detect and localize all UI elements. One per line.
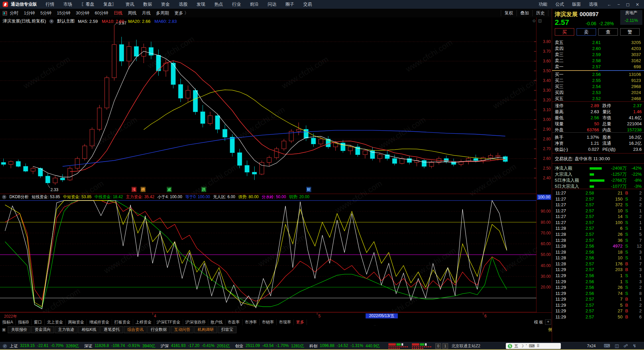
chart-corner-icons[interactable]: ◇◫ — [533, 18, 544, 23]
menu-item-资讯[interactable]: 资讯 — [125, 1, 134, 7]
info-tab-互动问答[interactable]: 互动问答 — [171, 326, 194, 333]
shield-icon[interactable]: ✓ — [3, 344, 7, 348]
period-tab-60分钟[interactable]: 60分钟 — [95, 10, 108, 16]
period-tab-1分钟[interactable]: 1分钟 — [24, 10, 35, 16]
market-breadth-widget[interactable] — [388, 343, 432, 349]
menu-item-选项[interactable]: 选项 — [589, 1, 598, 7]
tick-row[interactable]: 11:292.5626S2 — [552, 285, 644, 290]
indicator-tab-上榜资金[interactable]: 上榜资金 — [133, 319, 154, 325]
tick-row[interactable]: 11:292.561S3 — [552, 279, 644, 285]
menu-item-功能[interactable]: 功能 — [539, 1, 547, 7]
indicator-tab-两融资金[interactable]: 两融资金 — [66, 319, 87, 325]
trade-button-卖[interactable]: 卖 — [577, 28, 596, 36]
info-tab-扫雷宝[interactable]: 扫雷宝 — [218, 326, 236, 333]
period-tab-周线[interactable]: 周线 — [128, 10, 137, 16]
menu-item-版面[interactable]: 版面 — [572, 1, 581, 7]
status-icon-1[interactable]: ◫ — [615, 343, 619, 348]
info-tab-相似K线[interactable]: 相似K线 — [78, 326, 100, 333]
menu-item-数据[interactable]: 数据 — [143, 1, 152, 7]
info-tab-综合资讯[interactable]: 综合资讯 — [124, 326, 147, 333]
period-tab-分时[interactable]: 分时 — [10, 10, 18, 16]
dkdb-title[interactable]: DKDB分析 — [9, 194, 29, 200]
index-quote-科创[interactable]: 科创1096.88-14.52-1.31%440.9亿 — [310, 343, 380, 349]
menu-item-复盘〗[interactable]: 复盘〗 — [103, 1, 116, 7]
period-tab-15分钟[interactable]: 15分钟 — [57, 10, 70, 16]
ime-key[interactable]: ⌨ — [529, 344, 534, 348]
ime-key[interactable]: ☽ — [520, 344, 524, 348]
kline-type-icon[interactable] — [3, 11, 7, 15]
tick-row[interactable]: 11:282.5618S3 — [552, 249, 644, 255]
period-tab-30分钟[interactable]: 30分钟 — [76, 10, 89, 16]
chevron-down-icon[interactable]: ▾ — [49, 19, 54, 24]
indicator-tab-市现率[interactable]: 市现率 — [277, 319, 294, 325]
tick-row[interactable]: 11:272.57150S2 — [552, 196, 644, 202]
event-flag-财[interactable]: 财 — [306, 187, 311, 192]
menu-item-资金[interactable]: 资金 — [161, 1, 170, 7]
tick-row[interactable]: 11:272.5710S1 — [552, 208, 644, 214]
period-tab-日线[interactable]: 日线 — [114, 10, 122, 16]
info-tab-机构调研[interactable]: 机构调研 — [194, 326, 217, 333]
ime-key[interactable]: ’ — [526, 344, 527, 348]
indicator-tab-北上资金[interactable]: 北上资金 — [45, 319, 66, 325]
tick-row[interactable]: 11:272.57372S2 — [552, 202, 644, 208]
index-quote-上证[interactable]: 上证3219.15-22.61-0.70%3269亿 — [10, 343, 79, 349]
tick-row[interactable]: 11:292.5674S8 — [552, 291, 644, 296]
indicator-tab-市盈率[interactable]: 市盈率 — [225, 319, 243, 325]
indicator-tab-沪深ETF资金[interactable]: 沪深ETF资金 — [154, 319, 183, 325]
indicator-tab-指标B[interactable]: 指标B — [16, 319, 32, 325]
trade-button-买[interactable]: 买 — [555, 28, 574, 36]
menu-item-交易[interactable]: 交易 — [303, 1, 312, 7]
indicator-tab-市净率[interactable]: 市净率 — [243, 319, 260, 325]
ime-key[interactable]: 五 — [514, 343, 518, 349]
info-tab-资金流向[interactable]: 资金流向 — [31, 326, 54, 333]
event-flag-减[interactable]: 减 — [167, 187, 172, 192]
indicator-tab-更多[interactable]: 更多 — [294, 319, 307, 325]
menu-item-选股[interactable]: 选股 — [179, 1, 187, 7]
server-name[interactable]: 北京联通主站Z2 — [451, 343, 480, 349]
index-quote-创业[interactable]: 创业2511.09-43.54-1.70%1281亿 — [235, 343, 304, 349]
status-icon-0[interactable]: ⌨ — [604, 343, 610, 348]
tool-button-复权[interactable]: 复权 — [501, 10, 517, 16]
main-indicator-label[interactable]: 默认主图 — [57, 18, 74, 24]
info-tab-逐笔委托[interactable]: 逐笔委托 — [100, 326, 123, 333]
zoom-in-button[interactable]: + — [545, 319, 551, 325]
menu-item-前沿[interactable]: 前沿 — [250, 1, 259, 7]
main-chart-area[interactable]: 3.972.33 津滨发展(日线,前复权) ▾ 默认主图 MA5: 2.59MA… — [0, 17, 537, 312]
window-control-2[interactable]: ◻ — [626, 2, 630, 7]
menu-item-公式[interactable]: 公式 — [555, 1, 564, 7]
info-tab-关联报价[interactable]: 关联报价 — [8, 326, 31, 333]
event-flag-榜[interactable]: 榜 — [141, 187, 146, 192]
info-tab-主力轨迹[interactable]: 主力轨迹 — [55, 326, 77, 333]
stock-name[interactable]: 津滨发展 — [555, 11, 578, 17]
tick-row[interactable]: 11:282.5736S7 — [552, 237, 644, 243]
tick-row[interactable]: 11:282.576S1 — [552, 225, 644, 231]
tick-row[interactable]: 11:292.575B2 — [552, 302, 644, 308]
tick-row[interactable]: 11:272.5714S2 — [552, 214, 644, 219]
index-quote-深证[interactable]: 深证11826.8-108.74-0.91%3940亿 — [84, 343, 155, 349]
period-tab-多周期[interactable]: 多周期 — [156, 10, 169, 16]
tick-row[interactable]: 11:282.5610S1 — [552, 255, 644, 261]
tick-row[interactable]: 11:282.57176B7 — [552, 261, 644, 267]
indicator-tab-指标A[interactable]: 指标A — [0, 319, 16, 325]
menu-item-行业[interactable]: 行业 — [232, 1, 241, 7]
tick-row[interactable]: 11:272.5821B2 — [552, 190, 644, 196]
trade-button-警[interactable]: 警 — [620, 28, 640, 36]
trade-button-查[interactable]: 查 — [598, 28, 618, 36]
template-label[interactable]: 模 板 — [534, 319, 543, 325]
event-flag-涨[interactable]: 涨 — [131, 187, 137, 192]
index-quote-沪深[interactable]: 沪深4161.93-17.20-0.41%2051亿 — [161, 343, 230, 349]
menu-item-〖看盘[interactable]: 〖看盘 — [81, 1, 94, 7]
window-control-1[interactable]: − — [618, 2, 620, 7]
indicator-tab-打板资金[interactable]: 打板资金 — [112, 319, 133, 325]
event-flag-跌[interactable]: 跌 — [201, 187, 206, 192]
status-icon-3[interactable]: ↯ — [633, 343, 636, 348]
menu-item-热点[interactable]: 热点 — [214, 1, 223, 7]
tool-button-历史[interactable]: 历史 — [532, 10, 548, 16]
ime-key[interactable]: ⠿ — [537, 344, 540, 348]
indicator-tab-市销率[interactable]: 市销率 — [260, 319, 277, 325]
menu-item-问达[interactable]: 问达 — [268, 1, 276, 7]
kline-dkdb-chart[interactable]: 3.972.33 — [0, 17, 537, 312]
indicator-tab-沪深涨跌停[interactable]: 沪深涨跌停 — [183, 319, 208, 325]
tick-row[interactable]: 11:292.561S1 — [552, 273, 644, 278]
period-tab-5分钟[interactable]: 5分钟 — [40, 10, 51, 16]
